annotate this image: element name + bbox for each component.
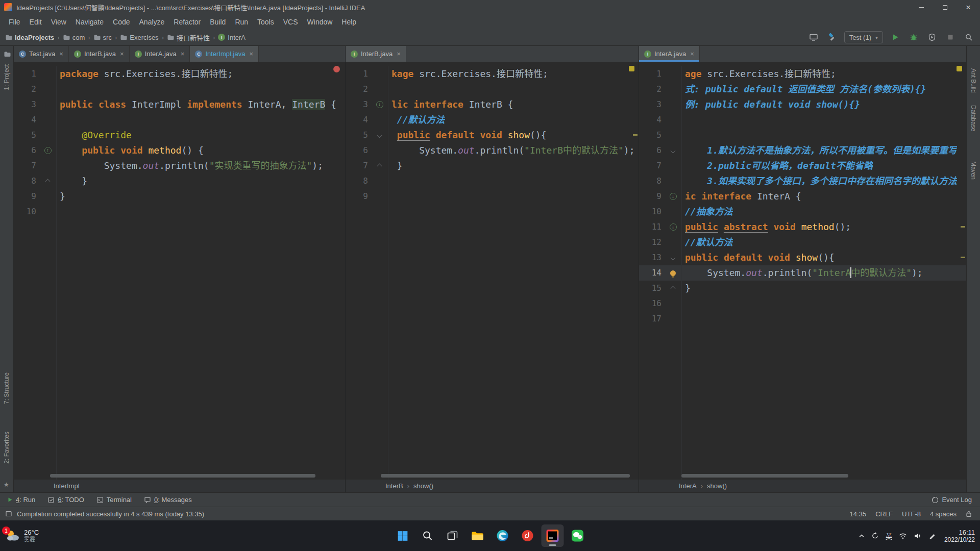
code-line[interactable]: 9} (14, 189, 345, 204)
code-line[interactable] (346, 372, 639, 388)
code-line[interactable] (346, 418, 639, 434)
code-line[interactable] (14, 342, 345, 357)
code-line[interactable]: 2 (346, 82, 639, 97)
editor-left[interactable]: 1package src.Exercises.接口新特性;23public cl… (14, 62, 345, 480)
tab-interimpl-java[interactable]: CInterImpl.java× (190, 46, 259, 62)
breadcrumb-item-ideaprojects[interactable]: IdeaProjects (5, 34, 54, 41)
taskbar-app-green-chat-app[interactable] (567, 524, 589, 547)
stripe-maven[interactable]: Maven (970, 161, 977, 180)
code-line[interactable] (346, 265, 639, 281)
code-line[interactable]: 1kage src.Exercises.接口新特性; (346, 66, 639, 82)
inspection-warning-indicator[interactable] (957, 66, 962, 71)
breadcrumb-item-接口新特性[interactable]: 接口新特性 (167, 33, 210, 42)
inspection-error-indicator[interactable] (333, 66, 340, 72)
menu-refactor[interactable]: Refactor (169, 16, 205, 28)
code-line[interactable] (14, 418, 345, 434)
close-icon[interactable]: × (690, 50, 694, 58)
menu-analyze[interactable]: Analyze (135, 16, 169, 28)
implemented-down-icon[interactable]: ↓ (376, 101, 383, 108)
breadcrumb-item-com[interactable]: com (63, 34, 85, 41)
stripe-database[interactable]: Database (970, 105, 977, 131)
code-line[interactable]: 9↓ic interface InterA { (639, 189, 966, 204)
scrollbar-thumb[interactable] (381, 474, 630, 478)
debug-icon[interactable] (908, 31, 920, 43)
volume-icon[interactable] (914, 532, 922, 539)
code-line[interactable]: 10 (14, 204, 345, 219)
code-line[interactable] (346, 250, 639, 265)
taskbar-app-intellij-idea[interactable] (542, 524, 564, 547)
taskbar-clock[interactable]: 16:11 2022/10/22 (944, 529, 975, 543)
fold-end-icon[interactable] (377, 163, 382, 168)
taskbar-app-windows-start[interactable] (391, 524, 414, 547)
tab-test-java[interactable]: CTest.java× (14, 46, 69, 62)
pen-icon[interactable] (928, 532, 936, 539)
breadcrumb-item-exercises[interactable]: Exercises (120, 34, 158, 41)
code-line[interactable]: 1package src.Exercises.接口新特性; (14, 66, 345, 82)
run-icon[interactable] (889, 31, 901, 43)
minimize-button[interactable] (910, 0, 933, 14)
toolwindow-button-terminal[interactable]: Terminal (96, 496, 132, 504)
sync-icon[interactable] (871, 532, 879, 540)
menu-build[interactable]: Build (205, 16, 230, 28)
weather-widget[interactable]: 1 26°C 雾霾 (5, 529, 39, 543)
code-line[interactable]: 7 2.public可以省略，default不能省略 (639, 158, 966, 173)
code-line[interactable] (639, 357, 966, 372)
code-line[interactable]: 9 (346, 189, 639, 204)
code-line[interactable]: 8 } (14, 173, 345, 189)
lock-icon[interactable] (966, 510, 972, 517)
code-line[interactable]: 3public class InterImpl implements Inter… (14, 97, 345, 112)
code-line[interactable]: 15} (639, 281, 966, 296)
code-line[interactable]: 5 @Override (14, 128, 345, 143)
tab-interb-java[interactable]: IInterB.java× (346, 46, 406, 62)
code-line[interactable] (14, 327, 345, 342)
scrollbar-thumb[interactable] (50, 474, 315, 478)
horizontal-scrollbar[interactable] (14, 474, 345, 478)
status-window-icon[interactable] (5, 510, 12, 517)
code-line[interactable]: 4 (14, 112, 345, 128)
chevron-up-icon[interactable] (859, 534, 865, 538)
close-icon[interactable]: × (181, 50, 185, 58)
intention-lightbulb-icon[interactable] (670, 270, 676, 276)
breadcrumb-item-intera[interactable]: IInterA (218, 34, 246, 41)
fold-open-icon[interactable] (671, 148, 676, 153)
code-line[interactable] (639, 403, 966, 418)
code-line[interactable]: 6↑ public void method() { (14, 143, 345, 158)
search-icon[interactable] (963, 31, 975, 43)
run-config-select[interactable]: Test (1)▾ (844, 31, 883, 43)
code-line[interactable]: 7 } (346, 158, 639, 173)
code-line[interactable] (639, 327, 966, 342)
implemented-down-icon[interactable]: ↓ (670, 223, 677, 231)
code-line[interactable] (346, 204, 639, 219)
code-line[interactable]: 7 System.out.println("实现类重写的抽象方法"); (14, 158, 345, 173)
code-line[interactable]: 3例: public default void show(){} (639, 97, 966, 112)
code-line[interactable]: 5 (639, 128, 966, 143)
menu-vcs[interactable]: VCS (279, 16, 303, 28)
code-line[interactable]: 1age src.Exercises.接口新特性; (639, 66, 966, 82)
toolwindow-button-messages[interactable]: 0: Messages (144, 496, 192, 504)
code-line[interactable] (346, 327, 639, 342)
close-icon[interactable]: × (249, 50, 253, 58)
menu-view[interactable]: View (46, 16, 71, 28)
code-line[interactable]: 8 (346, 173, 639, 189)
code-line[interactable]: 17 (639, 311, 966, 327)
maximize-button[interactable] (933, 0, 957, 14)
menu-edit[interactable]: Edit (25, 16, 46, 28)
close-icon[interactable]: × (59, 50, 63, 58)
code-line[interactable]: 11↓public abstract void method(); (639, 219, 966, 235)
code-line[interactable] (639, 342, 966, 357)
fold-end-icon[interactable] (671, 286, 676, 291)
code-line[interactable] (346, 357, 639, 372)
tab-interb-java[interactable]: IInterB.java× (69, 46, 130, 62)
breadcrumb-item-show[interactable]: show() (707, 482, 727, 490)
code-line[interactable]: 5 public default void show(){ (346, 128, 639, 143)
code-line[interactable]: 4 (639, 112, 966, 128)
fold-end-icon[interactable] (45, 179, 51, 184)
breadcrumb-item-src[interactable]: src (93, 34, 112, 41)
close-icon[interactable]: × (397, 50, 401, 58)
code-line[interactable] (346, 219, 639, 235)
stripe-1-project[interactable]: 1: Project (3, 64, 10, 90)
code-line[interactable] (14, 434, 345, 449)
code-line[interactable] (14, 449, 345, 464)
overrides-up-icon[interactable]: ↑ (44, 147, 52, 154)
code-line[interactable]: 12//默认方法 (639, 235, 966, 250)
